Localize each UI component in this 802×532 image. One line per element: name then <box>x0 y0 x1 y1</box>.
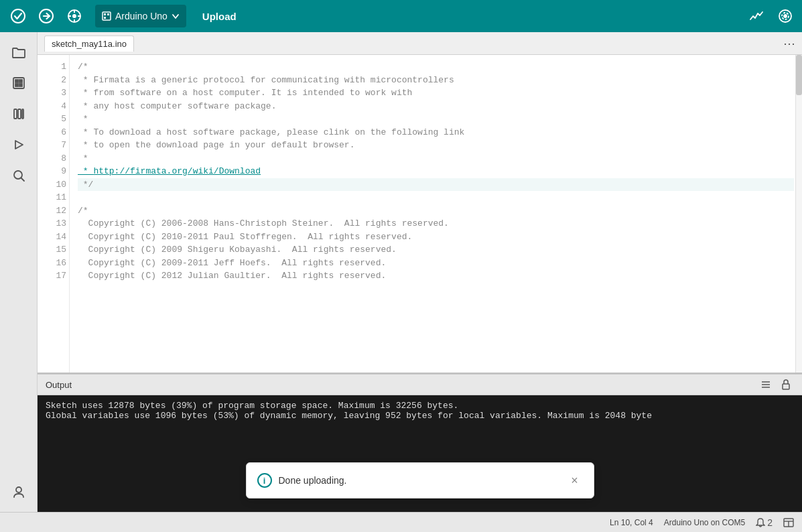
editor-tab[interactable]: sketch_may11a.ino <box>44 36 134 52</box>
notification-count: 2 <box>767 517 773 528</box>
svg-rect-19 <box>19 84 22 86</box>
svg-rect-9 <box>104 13 106 15</box>
svg-rect-11 <box>104 17 106 19</box>
output-label: Output <box>46 380 72 390</box>
toast-message: Done uploading. <box>279 475 560 486</box>
serial-plotter-button[interactable] <box>746 5 768 27</box>
svg-rect-17 <box>19 80 22 82</box>
svg-marker-23 <box>15 141 23 149</box>
output-header: Output <box>38 374 802 395</box>
svg-rect-20 <box>14 109 17 119</box>
editor-scrollbar[interactable] <box>795 55 802 373</box>
output-lock-button[interactable] <box>778 377 794 393</box>
svg-point-3 <box>72 14 76 18</box>
debugger-button[interactable] <box>62 3 87 29</box>
line-numbers: 1234567891011121314151617 <box>38 55 70 373</box>
status-bar: Ln 10, Col 4 Arduino Uno on COM5 2 <box>0 512 802 532</box>
svg-rect-10 <box>107 13 109 15</box>
svg-line-25 <box>21 178 24 182</box>
main-area: sketch_may11a.ino ⋯ 12345678910111213141… <box>38 32 802 512</box>
svg-rect-16 <box>15 80 18 82</box>
sidebar-search-button[interactable] <box>5 162 32 189</box>
svg-rect-8 <box>103 12 111 20</box>
board-name-label: Arduino Uno <box>115 11 168 21</box>
notification-button[interactable]: 2 <box>756 517 773 528</box>
cursor-position: Ln 10, Col 4 <box>610 518 653 527</box>
status-right: Ln 10, Col 4 Arduino Uno on COM5 2 <box>610 517 794 528</box>
layout-button[interactable] <box>783 518 794 527</box>
svg-rect-18 <box>15 84 18 86</box>
sidebar-library-button[interactable] <box>5 101 32 127</box>
toast-close-button[interactable]: × <box>567 472 583 488</box>
svg-rect-30 <box>783 384 789 389</box>
tab-bar: sketch_may11a.ino ⋯ <box>38 32 802 55</box>
svg-point-26 <box>16 487 21 492</box>
editor-area: sketch_may11a.ino ⋯ 12345678910111213141… <box>38 32 802 374</box>
board-port-label: Arduino Uno on COM5 <box>664 518 745 527</box>
toast-notification: i Done uploading. × <box>246 462 594 498</box>
toolbar-right <box>746 5 797 27</box>
code-editor[interactable]: /* * Firmata is a generic protocol for c… <box>70 55 802 373</box>
verify-button[interactable] <box>5 3 31 29</box>
upload-button[interactable] <box>34 3 59 29</box>
output-area: Output Sketch uses 12878 bytes ( <box>38 374 802 512</box>
board-selector[interactable]: Arduino Uno <box>95 5 186 27</box>
output-clear-button[interactable] <box>758 377 774 393</box>
sidebar-board-button[interactable] <box>5 70 32 96</box>
dropdown-arrow-icon <box>172 12 180 20</box>
toast-info-icon: i <box>257 473 272 488</box>
tab-more-button[interactable]: ⋯ <box>783 36 795 51</box>
sidebar <box>0 32 38 512</box>
editor-scrollbar-thumb[interactable] <box>796 55 802 95</box>
sidebar-folder-button[interactable] <box>5 39 32 66</box>
svg-rect-22 <box>22 109 23 119</box>
code-container[interactable]: 1234567891011121314151617 /* * Firmata i… <box>38 55 802 373</box>
toolbar: Arduino Uno Upload <box>0 0 802 32</box>
svg-point-14 <box>784 15 787 17</box>
svg-point-0 <box>11 9 25 23</box>
svg-rect-21 <box>18 109 21 119</box>
sidebar-debug-button[interactable] <box>5 131 32 158</box>
upload-text-button[interactable]: Upload <box>193 8 246 25</box>
serial-monitor-button[interactable] <box>774 5 797 27</box>
sidebar-user-button[interactable] <box>5 478 32 505</box>
output-header-controls <box>758 377 794 393</box>
